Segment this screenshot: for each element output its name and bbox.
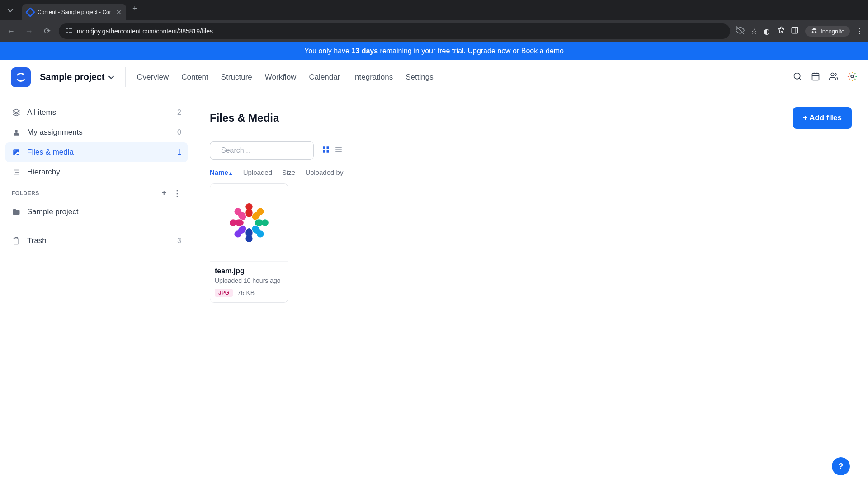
sidebar-item-trash[interactable]: Trash 3 <box>5 231 188 251</box>
search-icon[interactable] <box>793 72 802 83</box>
trial-banner: You only have 13 days remaining in your … <box>0 42 868 60</box>
calendar-icon[interactable] <box>811 72 820 83</box>
banner-middle: remaining in your free trial. <box>378 47 467 55</box>
file-thumbnail <box>210 184 288 262</box>
svg-point-36 <box>255 219 264 226</box>
folders-label: FOLDERS <box>12 190 39 197</box>
folder-icon <box>12 208 21 216</box>
hierarchy-icon <box>12 168 21 176</box>
url-bar[interactable]: moodjoy.gathercontent.com/content/385819… <box>59 23 730 39</box>
sidebar-label: Trash <box>27 236 47 245</box>
folder-more-icon[interactable]: ⋮ <box>173 188 182 198</box>
browser-menu-icon[interactable]: ⋮ <box>856 27 863 36</box>
add-folder-icon[interactable]: + <box>161 188 166 198</box>
svg-line-8 <box>799 78 801 80</box>
settings-gear-icon[interactable] <box>847 71 857 83</box>
browser-tab[interactable]: Content - Sample project - Cor ✕ <box>22 4 126 20</box>
tab-favicon <box>25 7 36 18</box>
sort-uploaded[interactable]: Uploaded <box>243 169 272 176</box>
tab-integrations[interactable]: Integrations <box>353 73 393 82</box>
chevron-down-icon <box>108 74 114 80</box>
star-icon[interactable]: ☆ <box>751 27 757 36</box>
sidebar-count: 3 <box>177 237 181 245</box>
tab-calendar[interactable]: Calendar <box>309 73 340 82</box>
project-switcher[interactable]: Sample project <box>40 67 126 87</box>
plus-icon: + <box>803 113 807 122</box>
sidebar: All items 2 My assignments 0 Files & med… <box>0 94 193 486</box>
tab-search-dropdown[interactable] <box>0 0 20 20</box>
new-tab-button[interactable]: + <box>126 4 144 14</box>
app-logo[interactable] <box>11 67 31 87</box>
svg-point-18 <box>14 150 15 151</box>
trash-icon <box>12 237 21 245</box>
sidebar-label: Hierarchy <box>27 168 60 177</box>
nav-tabs: Overview Content Structure Workflow Cale… <box>137 73 433 82</box>
sidebar-item-files-media[interactable]: Files & media 1 <box>5 142 188 162</box>
eye-off-icon[interactable] <box>736 26 745 37</box>
book-demo-link[interactable]: Book a demo <box>521 47 564 55</box>
sort-name[interactable]: Name▲ <box>210 169 233 176</box>
banner-prefix: You only have <box>304 47 351 55</box>
sort-headers: Name▲ Uploaded Size Uploaded by <box>210 169 852 176</box>
sidebar-count: 0 <box>177 128 181 136</box>
tab-structure[interactable]: Structure <box>221 73 252 82</box>
add-files-button[interactable]: +Add files <box>793 107 852 129</box>
file-card[interactable]: team.jpg Uploaded 10 hours ago JPG 76 KB <box>210 183 288 303</box>
svg-rect-1 <box>69 28 72 29</box>
sidepanel-icon[interactable] <box>791 26 799 36</box>
sidebar-count: 1 <box>177 148 181 156</box>
sort-size[interactable]: Size <box>282 169 295 176</box>
search-box[interactable] <box>210 141 314 160</box>
folder-label: Sample project <box>27 207 78 216</box>
extensions-icon[interactable] <box>776 26 784 36</box>
svg-point-44 <box>235 219 244 226</box>
reload-button[interactable]: ⟳ <box>41 25 53 38</box>
close-tab-icon[interactable]: ✕ <box>116 9 122 16</box>
tab-content[interactable]: Content <box>181 73 208 82</box>
svg-point-13 <box>831 73 834 76</box>
file-size: 76 KB <box>237 289 255 296</box>
svg-rect-26 <box>327 150 329 152</box>
layers-icon <box>12 108 21 117</box>
banner-days: 13 days <box>351 47 378 55</box>
site-settings-icon[interactable] <box>65 27 72 36</box>
folder-sample-project[interactable]: Sample project <box>5 202 188 222</box>
image-icon <box>12 148 21 156</box>
sidebar-item-hierarchy[interactable]: Hierarchy <box>5 162 188 182</box>
tab-settings[interactable]: Settings <box>406 73 433 82</box>
forward-button[interactable]: → <box>23 25 35 38</box>
sort-uploaded-by[interactable]: Uploaded by <box>305 169 343 176</box>
project-name: Sample project <box>40 72 104 82</box>
back-button[interactable]: ← <box>5 25 17 38</box>
svg-point-40 <box>245 228 252 237</box>
folders-section-header: FOLDERS + ⋮ <box>5 182 188 202</box>
top-nav: Sample project Overview Content Structur… <box>0 60 868 94</box>
svg-point-7 <box>794 73 800 79</box>
sidebar-item-all-items[interactable]: All items 2 <box>5 103 188 122</box>
tab-workflow[interactable]: Workflow <box>265 73 297 82</box>
browser-toolbar: ← → ⟳ moodjoy.gathercontent.com/content/… <box>0 20 868 42</box>
banner-or: or <box>511 47 521 55</box>
sidebar-label: My assignments <box>27 128 83 137</box>
upgrade-link[interactable]: Upgrade now <box>467 47 510 55</box>
list-view-button[interactable] <box>335 145 343 156</box>
incognito-indicator[interactable]: Incognito <box>805 26 850 37</box>
people-icon[interactable] <box>829 72 838 83</box>
svg-rect-24 <box>323 146 325 149</box>
file-type-badge: JPG <box>215 289 233 297</box>
search-input[interactable] <box>221 146 311 155</box>
browser-tab-strip: Content - Sample project - Cor ✕ + <box>0 0 868 20</box>
tab-overview[interactable]: Overview <box>137 73 169 82</box>
help-button[interactable]: ? <box>832 457 850 475</box>
svg-rect-0 <box>66 28 68 29</box>
sort-arrow-up-icon: ▲ <box>228 170 233 176</box>
sidebar-item-my-assignments[interactable]: My assignments 0 <box>5 122 188 142</box>
svg-rect-5 <box>792 27 798 33</box>
grid-view-button[interactable] <box>322 145 330 156</box>
extension-icon-1[interactable]: ◐ <box>764 27 770 36</box>
add-files-label: Add files <box>809 113 842 122</box>
file-uploaded-time: Uploaded 10 hours ago <box>215 277 283 284</box>
user-icon <box>12 128 21 136</box>
incognito-label: Incognito <box>821 28 844 35</box>
svg-rect-25 <box>327 146 329 149</box>
